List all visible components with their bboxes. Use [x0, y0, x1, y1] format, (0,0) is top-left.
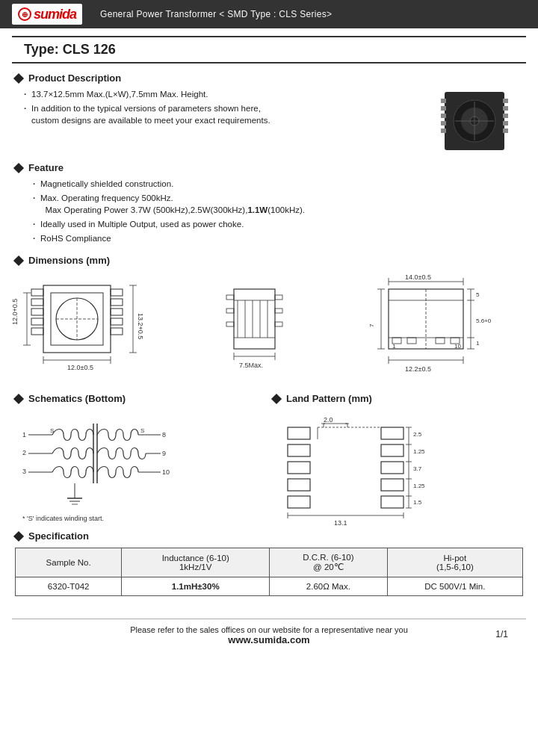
land-pattern-section: Land Pattern (mm) 2.0	[273, 393, 523, 530]
svg-rect-119	[381, 462, 404, 474]
diamond-icon-specification	[13, 531, 24, 542]
svg-text:1.5: 1.5	[413, 499, 422, 506]
specification-title: Specification	[28, 530, 89, 542]
section-header-specification: Specification	[15, 530, 523, 542]
svg-rect-22	[31, 299, 43, 306]
svg-rect-21	[31, 289, 43, 296]
svg-rect-28	[111, 309, 123, 315]
svg-rect-54	[275, 295, 282, 300]
type-bar: Type: CLS 126	[12, 36, 526, 63]
svg-text:3: 3	[22, 468, 26, 475]
svg-text:9: 9	[162, 450, 166, 457]
svg-text:5: 5	[476, 291, 480, 298]
cell-dcr: 2.60Ω Max.	[270, 577, 388, 596]
header-title: General Power Transformer < SMD Type : C…	[100, 9, 332, 19]
svg-text:S: S	[140, 427, 144, 434]
svg-rect-27	[111, 299, 123, 306]
cell-sample-no: 6320-T042	[16, 577, 122, 596]
svg-rect-115	[288, 479, 310, 491]
product-description-layout: 13.7×12.5mm Max.(L×W),7.5mm Max. Height.…	[15, 88, 523, 152]
svg-rect-30	[111, 328, 123, 335]
schematics-section: Schematics (Bottom) 1 2 3	[15, 393, 265, 530]
col-header-dcr: D.C.R. (6-10)@ 20℃	[270, 548, 388, 577]
svg-rect-26	[111, 289, 123, 296]
svg-rect-24	[31, 318, 43, 325]
col-header-hipot: Hi-pot(1,5-6,10)	[387, 548, 522, 577]
svg-text:* 'S' indicates winding start.: * 'S' indicates winding start.	[22, 515, 104, 522]
svg-rect-6	[441, 99, 446, 103]
svg-rect-118	[381, 444, 404, 456]
svg-rect-11	[503, 99, 508, 103]
section-header-land-pattern: Land Pattern (mm)	[273, 393, 523, 404]
product-description-text: 13.7×12.5mm Max.(L×W),7.5mm Max. Height.…	[15, 88, 441, 128]
svg-rect-117	[381, 427, 404, 439]
land-pattern-title: Land Pattern (mm)	[286, 393, 372, 404]
svg-text:1.25: 1.25	[413, 448, 425, 455]
diamond-icon-land-pattern	[271, 394, 282, 404]
svg-text:8: 8	[162, 431, 166, 439]
section-header-product: Product Description	[15, 72, 523, 84]
svg-text:7.5Max.: 7.5Max.	[239, 362, 263, 369]
schematics-land-sections: Schematics (Bottom) 1 2 3	[15, 393, 523, 530]
col-header-sample: Sample No.	[16, 548, 122, 577]
product-description-section: Product Description 13.7×12.5mm Max.(L×W…	[15, 72, 523, 152]
svg-rect-29	[111, 318, 123, 325]
feature-bullet: RoHS Compliance	[33, 232, 523, 244]
svg-rect-25	[31, 328, 43, 335]
schematic-diagram: 1 2 3 8 9	[15, 409, 202, 528]
svg-text:2.0: 2.0	[324, 416, 333, 424]
svg-text:5.6+0: 5.6+0	[476, 317, 492, 324]
svg-rect-70	[407, 338, 416, 344]
feature-bullet: Max. Operating frequency 500kHz. Max Ope…	[33, 192, 523, 216]
specification-section: Specification Sample No. Inductance (6-1…	[15, 530, 523, 596]
svg-rect-43	[234, 289, 275, 349]
col-header-inductance: Inductance (6-10)1kHz/1V	[122, 548, 270, 577]
land-pattern-diagram: 2.0 2.5 1.25 3.7 1.25 1.5	[273, 409, 460, 528]
svg-text:3.7: 3.7	[413, 465, 422, 472]
svg-rect-56	[275, 322, 282, 326]
svg-rect-15	[503, 128, 508, 133]
svg-text:2: 2	[22, 449, 26, 456]
svg-rect-23	[31, 309, 43, 315]
svg-rect-116	[288, 496, 310, 508]
svg-rect-120	[381, 479, 404, 491]
diamond-icon	[13, 72, 24, 83]
svg-rect-13	[503, 114, 508, 118]
diamond-icon-schematics	[13, 394, 24, 404]
bullet-item: 13.7×12.5mm Max.(L×W),7.5mm Max. Height.	[24, 88, 441, 100]
svg-text:13.1: 13.1	[334, 519, 347, 527]
dimension-top-view: 12.0±0.5 13.2+0.5 12.0+0.5	[22, 270, 153, 382]
feature-bullets: Magnetically shielded construction. Max.…	[15, 178, 523, 244]
feature-section: Feature Magnetically shielded constructi…	[15, 162, 523, 244]
dimension-side-view: 7.5Max.	[223, 270, 297, 382]
footer-text: Please refer to the sales offices on our…	[12, 625, 526, 634]
svg-text:2.5: 2.5	[413, 431, 422, 438]
svg-rect-71	[436, 338, 445, 344]
svg-rect-112	[288, 427, 310, 439]
type-title: Type: CLS 126	[24, 42, 514, 58]
dimensions-drawings: 12.0±0.5 13.2+0.5 12.0+0.5	[15, 270, 523, 382]
dimension-front-view: 14.0±0.5 5 5.6+0 1 1	[366, 270, 516, 382]
svg-text:1: 1	[476, 340, 480, 347]
diamond-icon-feature	[13, 162, 24, 173]
svg-text:1: 1	[392, 343, 396, 350]
logo-text: sumida	[34, 7, 76, 22]
page-footer: Please refer to the sales offices on our…	[12, 619, 526, 648]
svg-text:12.0+0.5: 12.0+0.5	[11, 299, 19, 325]
svg-rect-12	[503, 106, 508, 111]
svg-text:12.0±0.5: 12.0±0.5	[67, 364, 93, 371]
feature-bullet: Ideally used in Multiple Output, used as…	[33, 218, 523, 230]
svg-rect-7	[441, 106, 446, 111]
bullet-item: In addition to the typical versions of p…	[24, 102, 441, 126]
svg-text:1: 1	[22, 431, 26, 439]
feature-bullet: Magnetically shielded construction.	[33, 178, 523, 190]
svg-rect-121	[381, 496, 404, 508]
svg-text:12.2±0.5: 12.2±0.5	[405, 365, 431, 373]
section-header-dimensions: Dimensions (mm)	[15, 255, 523, 266]
footer-website: www.sumida.com	[12, 634, 526, 645]
logo-circle-icon: ⊕	[18, 7, 31, 21]
feature-title: Feature	[28, 162, 64, 173]
svg-rect-9	[441, 121, 446, 126]
product-description-title: Product Description	[28, 72, 121, 84]
logo-area: ⊕ sumida	[12, 4, 82, 25]
